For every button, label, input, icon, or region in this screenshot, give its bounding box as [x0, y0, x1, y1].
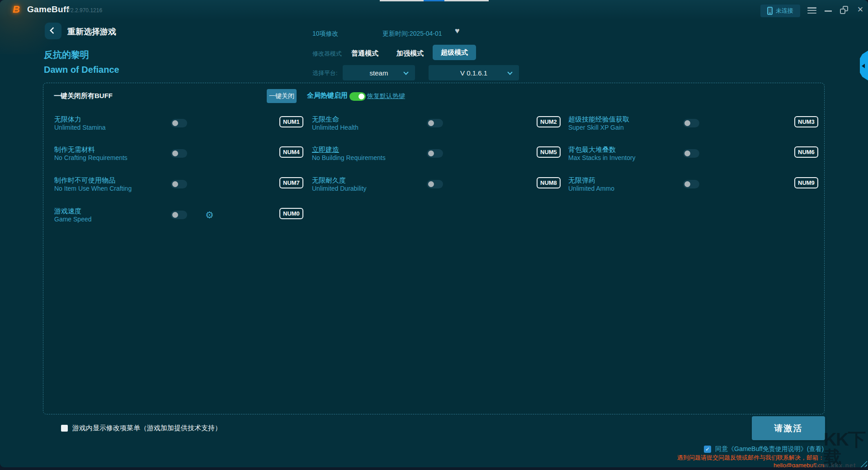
- mode-option-enhanced[interactable]: 加强模式: [396, 49, 424, 58]
- update-time: 更新时间:2025-04-01: [382, 30, 442, 38]
- global-hotkey-toggle[interactable]: [349, 92, 366, 101]
- buff-toggle[interactable]: [171, 149, 187, 158]
- buff-toggle[interactable]: [171, 119, 187, 127]
- agree-disclaimer-link[interactable]: 同意《GameBuff免责使用说明》(查看): [715, 445, 824, 453]
- buff-name-en: No Item Use When Crafting: [54, 184, 132, 193]
- toggle-knob: [428, 120, 434, 126]
- back-button[interactable]: [45, 23, 61, 39]
- buff-name-cn: 制作时不可使用物品: [54, 176, 132, 184]
- buff-item-name: 无限体力Unlimited Stamina: [54, 115, 106, 132]
- buff-toggle[interactable]: [427, 119, 443, 127]
- app-title: GameBuff: [27, 5, 69, 14]
- hotkey-badge[interactable]: NUM9: [794, 177, 818, 188]
- buff-name-en: Unlimited Stamina: [54, 123, 106, 132]
- close-all-label: 一键关闭所有BUFF: [54, 92, 113, 100]
- buff-toggle[interactable]: [683, 180, 699, 188]
- buff-toggle[interactable]: [427, 180, 443, 188]
- chevron-left-icon: [50, 27, 57, 34]
- buff-name-cn: 制作无需材料: [54, 145, 127, 154]
- game-name-en: Dawn of Defiance: [44, 65, 119, 75]
- gamebuff-logo-icon: B: [9, 2, 24, 17]
- buff-name-cn: 无限耐久度: [312, 176, 367, 184]
- buff-item-name: 超级技能经验值获取Super Skill XP Gain: [568, 115, 629, 132]
- buff-item-name: 制作无需材料No Crafting Requirements: [54, 145, 127, 162]
- gamebuff-window: B GameBuff V2.2.970.1216 未连接 × 重新选择游戏 10…: [0, 0, 868, 467]
- buff-name-cn: 无限生命: [312, 115, 359, 123]
- buff-item-name: 无限耐久度Unlimited Durability: [312, 176, 367, 193]
- activate-button[interactable]: 请激活: [752, 416, 825, 440]
- buff-item-name: 游戏速度Game Speed: [54, 207, 92, 224]
- buff-toggle[interactable]: [171, 180, 187, 188]
- hotkey-badge[interactable]: NUM8: [537, 177, 561, 188]
- buff-name-en: Super Skill XP Gain: [568, 123, 629, 132]
- toggle-knob: [172, 120, 178, 126]
- favorite-heart-icon[interactable]: ♥: [455, 26, 460, 36]
- buff-name-en: Unlimited Ammo: [568, 184, 614, 193]
- support-contact-text: 遇到问题请提交问题反馈或邮件与我们联系解决，邮箱：hello@gamebuff.…: [634, 454, 824, 467]
- mode-selector-label: 修改器模式: [312, 50, 342, 58]
- side-drawer-handle[interactable]: [860, 51, 868, 80]
- platform-value: steam: [370, 69, 388, 77]
- agree-checkbox[interactable]: ✓: [704, 446, 711, 453]
- mobile-connection-chip[interactable]: 未连接: [760, 5, 800, 17]
- platform-label: 选择平台:: [312, 69, 338, 77]
- hotkey-badge[interactable]: NUM5: [537, 146, 561, 158]
- version-value: V 0.1.6.1: [460, 69, 487, 77]
- restore-icon: [840, 9, 845, 14]
- restore-default-hotkeys-link[interactable]: 恢复默认热键: [367, 92, 405, 100]
- toggle-knob: [172, 150, 178, 156]
- buff-toggle[interactable]: [683, 149, 699, 158]
- toggle-knob: [684, 150, 690, 156]
- game-name-cn: 反抗的黎明: [44, 49, 89, 61]
- platform-dropdown[interactable]: steam: [343, 65, 415, 80]
- ingame-menu-checkbox[interactable]: [61, 425, 68, 432]
- buff-name-en: Game Speed: [54, 215, 92, 224]
- hotkey-badge[interactable]: NUM1: [279, 116, 303, 127]
- buff-name-cn: 背包最大堆叠数: [568, 145, 636, 154]
- minimize-button[interactable]: [825, 10, 832, 12]
- toggle-knob: [172, 181, 178, 187]
- mode-option-normal[interactable]: 普通模式: [351, 49, 378, 58]
- hotkey-badge[interactable]: NUM6: [794, 146, 818, 158]
- buff-toggle[interactable]: [427, 149, 443, 158]
- background-window-fragment: [380, 0, 489, 1]
- triangle-left-icon: [862, 64, 865, 68]
- buff-item-name: 无限弹药Unlimited Ammo: [568, 176, 614, 193]
- toggle-knob: [359, 94, 364, 99]
- buff-name-en: No Crafting Requirements: [54, 154, 127, 162]
- buff-item-name: 立即建造No Building Requirements: [312, 145, 386, 162]
- hotkey-badge[interactable]: NUM3: [794, 116, 818, 127]
- background-window-fragment: [424, 0, 444, 1]
- buff-name-en: No Building Requirements: [312, 154, 386, 162]
- buff-item-name: 背包最大堆叠数Max Stacks in Inventory: [568, 145, 636, 162]
- mode-option-super-selected[interactable]: 超级模式: [433, 45, 476, 60]
- buff-name-cn: 超级技能经验值获取: [568, 115, 629, 123]
- titlebar-background: [0, 0, 868, 20]
- watermark-site: www.kkx.net: [813, 462, 856, 467]
- close-button[interactable]: ×: [855, 4, 865, 15]
- buff-name-cn: 游戏速度: [54, 207, 92, 215]
- settings-gear-icon[interactable]: ⚙: [205, 210, 214, 220]
- chevron-down-icon: [403, 70, 408, 75]
- chevron-down-icon: [507, 70, 512, 75]
- app-version: V2.2.970.1216: [67, 7, 102, 14]
- toggle-knob: [428, 150, 434, 156]
- buff-name-en: Unlimited Health: [312, 123, 359, 132]
- toggle-knob: [428, 181, 434, 187]
- buff-toggle[interactable]: [171, 211, 187, 219]
- buff-toggle[interactable]: [683, 119, 699, 127]
- maximize-restore-button[interactable]: [840, 6, 848, 14]
- buff-name-cn: 无限弹药: [568, 176, 614, 184]
- close-all-button[interactable]: 一键关闭: [267, 89, 297, 103]
- hotkey-badge[interactable]: NUM7: [279, 177, 303, 188]
- ingame-menu-label: 游戏内显示修改项菜单（游戏加加提供技术支持）: [72, 424, 222, 432]
- buff-name-en: Max Stacks in Inventory: [568, 154, 636, 162]
- hotkey-badge[interactable]: NUM4: [279, 146, 303, 158]
- hotkey-badge[interactable]: NUM0: [279, 208, 303, 219]
- phone-icon: [767, 7, 773, 15]
- menu-icon[interactable]: [807, 7, 816, 14]
- buff-name-cn: 无限体力: [54, 115, 106, 123]
- version-dropdown[interactable]: V 0.1.6.1: [429, 65, 519, 80]
- hotkey-badge[interactable]: NUM2: [537, 116, 561, 127]
- mods-count: 10项修改: [312, 30, 339, 38]
